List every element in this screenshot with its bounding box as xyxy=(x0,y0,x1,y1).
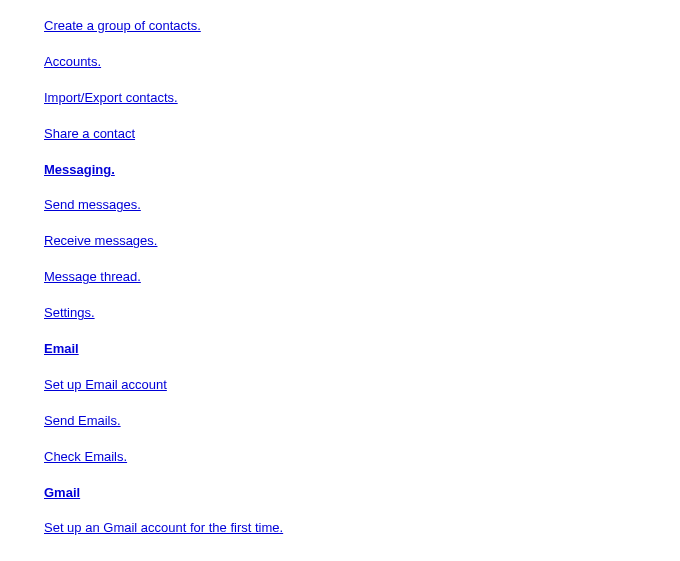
toc-link-message-thread[interactable]: Message thread. xyxy=(44,269,141,284)
toc-link-send-messages[interactable]: Send messages. xyxy=(44,197,141,212)
toc-section-gmail[interactable]: Gmail xyxy=(44,485,80,500)
toc-link-accounts[interactable]: Accounts. xyxy=(44,54,101,69)
toc-link-receive-messages[interactable]: Receive messages. xyxy=(44,233,157,248)
toc-link-setup-email[interactable]: Set up Email account xyxy=(44,377,167,392)
toc-link-create-group[interactable]: Create a group of contacts. xyxy=(44,18,201,33)
toc-section-email[interactable]: Email xyxy=(44,341,79,356)
toc-link-import-export[interactable]: Import/Export contacts. xyxy=(44,90,178,105)
toc-link-check-emails[interactable]: Check Emails. xyxy=(44,449,127,464)
toc-link-setup-gmail[interactable]: Set up an Gmail account for the first ti… xyxy=(44,520,283,535)
toc-link-settings[interactable]: Settings. xyxy=(44,305,95,320)
toc-section-messaging[interactable]: Messaging. xyxy=(44,162,115,177)
toc-link-share-contact[interactable]: Share a contact xyxy=(44,126,135,141)
toc-link-send-emails[interactable]: Send Emails. xyxy=(44,413,121,428)
